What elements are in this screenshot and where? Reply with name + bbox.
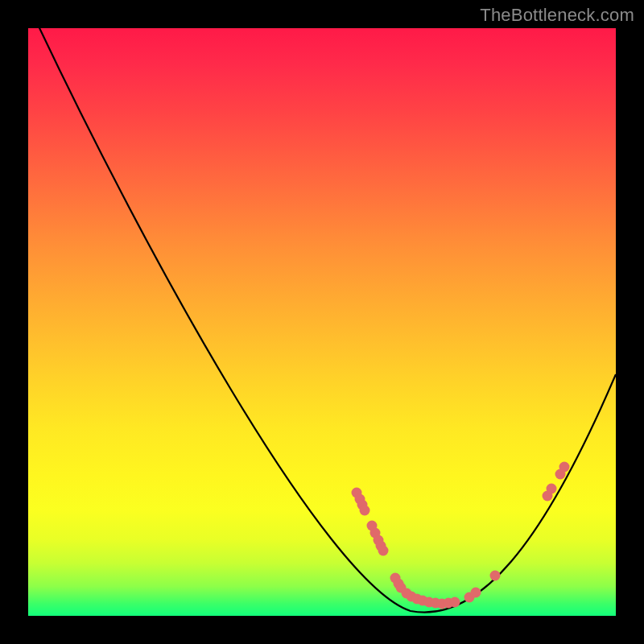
data-point: [378, 546, 389, 556]
plot-area: [28, 28, 616, 616]
data-points: [352, 462, 570, 609]
watermark-text: TheBottleneck.com: [480, 5, 634, 26]
data-point: [547, 484, 557, 494]
data-point: [471, 588, 481, 598]
data-point: [559, 462, 570, 473]
data-point: [360, 506, 370, 516]
chart-frame: TheBottleneck.com: [0, 0, 644, 644]
data-point: [490, 571, 501, 581]
curve-path: [28, 28, 616, 613]
bottleneck-curve: [28, 28, 616, 616]
data-point: [450, 597, 460, 608]
